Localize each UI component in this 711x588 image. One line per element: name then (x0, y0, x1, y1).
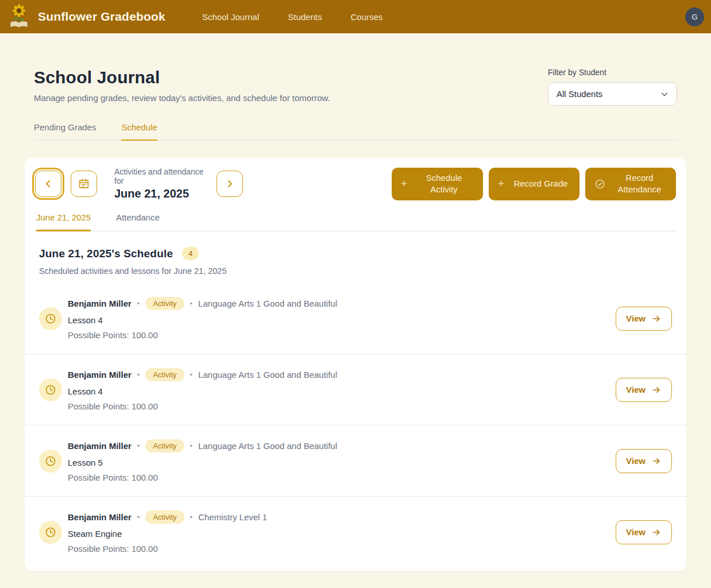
brand[interactable]: Sunflower Gradebook (8, 4, 165, 29)
student-filter: Filter by Student All Students (548, 68, 677, 106)
view-button[interactable]: View (616, 520, 672, 544)
check-circle-icon (594, 179, 605, 189)
clock-icon (39, 307, 62, 330)
schedule-row: Benjamin Miller • Activity • Language Ar… (25, 283, 686, 354)
tab-attendance[interactable]: Attendance (116, 212, 160, 231)
arrow-right-icon (651, 385, 662, 395)
student-filter-select[interactable]: All Students (548, 82, 677, 106)
schedule-subheading: Scheduled activities and lessons for Jun… (39, 266, 672, 276)
schedule-row: Benjamin Miller • Activity • Language Ar… (25, 354, 686, 425)
previous-day-button[interactable] (35, 171, 61, 197)
plus-icon: + (498, 176, 504, 191)
schedule-row: Benjamin Miller • Activity • Language Ar… (25, 425, 686, 496)
dot-separator: • (137, 513, 140, 521)
sunflower-book-logo-icon (8, 4, 30, 29)
date-toolbar: Activities and attendance for June 21, 2… (35, 167, 676, 200)
activity-badge: Activity (145, 510, 184, 524)
view-button[interactable]: View (616, 378, 672, 402)
date-value: June 21, 2025 (114, 187, 208, 200)
top-nav: School Journal Students Courses (202, 12, 382, 22)
record-attendance-button[interactable]: Record Attendance (585, 168, 676, 200)
page-title: School Journal (34, 68, 330, 87)
day-tabs: June 21, 2025 Attendance (35, 212, 676, 231)
activity-badge: Activity (145, 439, 184, 452)
next-day-button[interactable] (217, 171, 243, 197)
course-name: Chemistry Level 1 (198, 512, 267, 522)
activity-title: Lesson 4 (68, 315, 337, 325)
schedule-section-header: June 21, 2025's Schedule 4 Scheduled act… (35, 247, 676, 276)
page-subtitle: Manage pending grades, review today's ac… (34, 93, 330, 103)
tab-schedule[interactable]: Schedule (121, 122, 157, 141)
main-content: School Journal Manage pending grades, re… (25, 33, 686, 571)
possible-points: Possible Points: 100.00 (68, 544, 267, 554)
activity-badge: Activity (145, 368, 184, 381)
nav-item-courses[interactable]: Courses (350, 12, 382, 22)
dot-separator: • (190, 370, 193, 379)
schedule-row: Benjamin Miller • Activity • Chemistry L… (25, 496, 686, 567)
schedule-count-badge: 4 (182, 247, 199, 260)
dot-separator: • (190, 442, 193, 450)
view-button[interactable]: View (616, 449, 672, 473)
course-name: Language Arts 1 Good and Beautiful (198, 370, 337, 380)
app-title: Sunflower Gradebook (38, 10, 165, 24)
filter-by-student-label: Filter by Student (548, 68, 677, 77)
calendar-icon (78, 177, 90, 190)
activity-title: Steam Engine (68, 529, 267, 539)
possible-points: Possible Points: 100.00 (68, 330, 337, 340)
date-context-label: Activities and attendance for (114, 167, 208, 185)
activity-badge: Activity (145, 297, 184, 310)
student-name: Benjamin Miller (68, 370, 132, 380)
student-filter-value: All Students (557, 89, 602, 99)
chevron-right-icon (224, 178, 235, 189)
student-name: Benjamin Miller (68, 441, 132, 451)
student-name: Benjamin Miller (68, 512, 132, 522)
plus-icon: + (401, 176, 407, 191)
tab-day-schedule[interactable]: June 21, 2025 (36, 212, 91, 231)
current-date-display: Activities and attendance for June 21, 2… (114, 167, 208, 200)
course-name: Language Arts 1 Good and Beautiful (198, 299, 337, 308)
chevron-down-icon (659, 89, 670, 99)
tab-pending-grades[interactable]: Pending Grades (34, 122, 96, 141)
clock-icon (39, 521, 62, 544)
clock-icon (39, 450, 62, 473)
schedule-activity-button[interactable]: + Schedule Activity (392, 168, 483, 200)
dot-separator: • (137, 370, 140, 379)
dot-separator: • (190, 299, 193, 308)
calendar-button[interactable] (71, 171, 97, 197)
dot-separator: • (190, 513, 193, 521)
clock-icon (39, 378, 62, 401)
nav-item-school-journal[interactable]: School Journal (202, 12, 259, 22)
schedule-rows: Benjamin Miller • Activity • Language Ar… (25, 283, 686, 567)
possible-points: Possible Points: 100.00 (68, 473, 337, 482)
possible-points: Possible Points: 100.00 (68, 401, 337, 411)
arrow-right-icon (651, 527, 662, 537)
user-avatar[interactable]: G (685, 7, 704, 26)
chevron-left-icon (42, 178, 54, 189)
journal-tabs: Pending Grades Schedule (34, 122, 677, 141)
course-name: Language Arts 1 Good and Beautiful (198, 441, 337, 451)
dot-separator: • (137, 442, 140, 450)
nav-item-students[interactable]: Students (288, 12, 322, 22)
view-button[interactable]: View (616, 307, 672, 331)
schedule-heading: June 21, 2025's Schedule (39, 247, 173, 260)
arrow-right-icon (651, 314, 662, 324)
student-name: Benjamin Miller (68, 299, 132, 308)
schedule-card: Activities and attendance for June 21, 2… (25, 158, 686, 571)
top-navigation-bar: Sunflower Gradebook School Journal Stude… (0, 0, 711, 33)
arrow-right-icon (651, 456, 662, 466)
activity-title: Lesson 5 (68, 458, 337, 467)
record-grade-button[interactable]: + Record Grade (489, 168, 579, 200)
activity-title: Lesson 4 (68, 386, 337, 396)
page-header: School Journal Manage pending grades, re… (34, 33, 677, 106)
dot-separator: • (137, 299, 140, 308)
